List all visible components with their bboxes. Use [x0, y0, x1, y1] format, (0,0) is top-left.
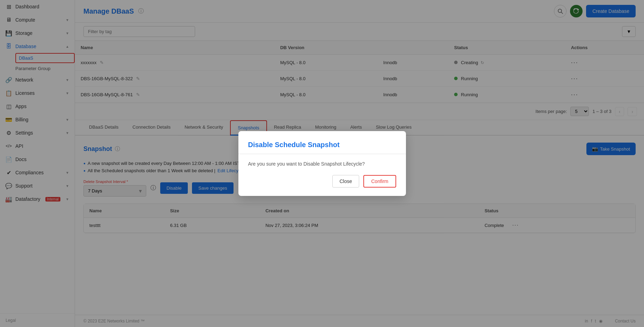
modal-body: Are you sure you want to Disable Snapsho…	[248, 161, 396, 167]
modal-confirm-button[interactable]: Confirm	[363, 175, 396, 188]
modal-title: Disable Schedule Snapshot	[248, 141, 396, 149]
modal-divider	[238, 154, 406, 154]
modal-actions: Close Confirm	[248, 175, 396, 188]
modal-overlay: Disable Schedule Snapshot Are you sure y…	[0, 0, 644, 327]
disable-snapshot-modal: Disable Schedule Snapshot Are you sure y…	[238, 131, 406, 196]
modal-close-button[interactable]: Close	[332, 175, 360, 188]
